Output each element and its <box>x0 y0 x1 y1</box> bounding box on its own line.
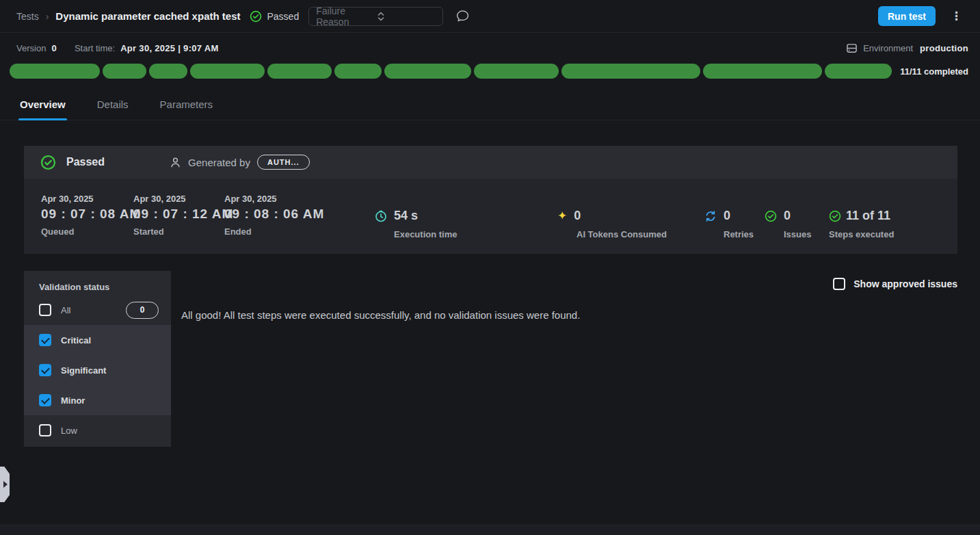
steps-check-icon <box>829 210 841 222</box>
tab-details[interactable]: Details <box>96 92 130 120</box>
failure-reason-placeholder: Failure Reason <box>316 5 377 27</box>
progress-completed-label: 11/11 completed <box>900 66 968 77</box>
environment-info: Environment production <box>846 42 968 54</box>
validation-filter-significant[interactable]: Significant <box>24 355 171 385</box>
checkbox-critical[interactable] <box>39 334 51 346</box>
queued-timestamp: Apr 30, 2025 09 : 07 : 08 AM Queued <box>41 194 141 237</box>
ended-date: Apr 30, 2025 <box>224 194 324 204</box>
validation-status-panel: Validation status All0CriticalSignifican… <box>24 271 171 447</box>
unfold-icon <box>377 11 438 22</box>
passed-check-icon <box>40 155 56 170</box>
breadcrumb-tests-link[interactable]: Tests <box>16 11 39 22</box>
progress-segment-6[interactable] <box>334 64 382 79</box>
tab-bar: Overview Details Parameters <box>0 92 980 120</box>
validation-filter-low[interactable]: Low <box>24 415 171 445</box>
ai-tokens-value: 0 <box>574 209 581 223</box>
queued-time: 09 : 07 : 08 AM <box>41 207 141 222</box>
ai-tokens-metric: ✦ 0 AI Tokens Consumed <box>557 209 667 239</box>
started-date: Apr 30, 2025 <box>133 194 233 204</box>
validation-filter-minor[interactable]: Minor <box>24 385 171 415</box>
retries-value: 0 <box>724 209 730 223</box>
progress-segment-4[interactable] <box>190 64 265 79</box>
validation-status-title: Validation status <box>24 271 171 295</box>
ai-tokens-label: AI Tokens Consumed <box>577 229 667 239</box>
issues-metric: 0 Issues <box>765 209 811 239</box>
person-icon <box>170 157 181 168</box>
checkbox-significant[interactable] <box>39 364 51 376</box>
steps-value: 11 of 11 <box>846 209 890 223</box>
sparkle-icon: ✦ <box>557 210 567 222</box>
show-approved-label: Show approved issues <box>853 278 957 289</box>
progress-segment-8[interactable] <box>474 64 559 79</box>
step-progress-bar <box>10 64 892 79</box>
validation-filter-label: Minor <box>61 395 159 406</box>
checkbox-low[interactable] <box>39 424 51 436</box>
ended-label: Ended <box>224 226 324 237</box>
progress-segment-5[interactable] <box>267 64 332 79</box>
started-timestamp: Apr 30, 2025 09 : 07 : 12 AM Started <box>133 194 233 237</box>
all-count-badge: 0 <box>126 302 159 319</box>
queued-label: Queued <box>41 226 141 237</box>
breadcrumb-chevron-icon: › <box>46 11 49 22</box>
issues-check-icon <box>765 210 777 222</box>
started-time: 09 : 07 : 12 AM <box>133 207 233 222</box>
checkbox-all[interactable] <box>39 304 51 316</box>
steps-label: Steps executed <box>829 229 894 239</box>
all-good-message: All good! All test steps were executed s… <box>181 309 580 321</box>
progress-segment-1[interactable] <box>10 64 100 79</box>
expand-handle-icon[interactable] <box>0 467 10 502</box>
progress-segment-3[interactable] <box>149 64 187 79</box>
tab-parameters[interactable]: Parameters <box>159 92 215 120</box>
run-summary-header: Passed Generated by AUTH... <box>24 146 957 179</box>
validation-filter-label: Low <box>61 426 159 436</box>
progress-segment-9[interactable] <box>561 64 700 79</box>
comment-icon[interactable] <box>455 9 470 23</box>
run-status-label: Passed <box>66 156 105 168</box>
show-approved-checkbox[interactable] <box>833 278 845 290</box>
ended-timestamp: Apr 30, 2025 09 : 08 : 06 AM Ended <box>224 194 324 237</box>
test-status: Passed <box>250 10 299 23</box>
progress-row: 11/11 completed <box>0 63 980 79</box>
validation-filter-label: All <box>61 305 126 315</box>
issues-value: 0 <box>784 209 791 223</box>
validation-filter-critical[interactable]: Critical <box>24 325 171 355</box>
execution-time-value: 54 s <box>394 209 418 223</box>
tab-overview[interactable]: Overview <box>18 92 67 120</box>
clock-icon <box>375 210 387 222</box>
progress-segment-10[interactable] <box>703 64 822 79</box>
run-test-button[interactable]: Run test <box>878 6 936 26</box>
environment-value: production <box>920 43 968 53</box>
run-summary-body: Apr 30, 2025 09 : 07 : 08 AM Queued Apr … <box>24 179 957 254</box>
progress-segment-11[interactable] <box>825 64 892 79</box>
environment-label: Environment <box>863 43 913 53</box>
steps-executed-metric: 11 of 11 Steps executed <box>829 209 894 239</box>
environment-icon <box>846 42 858 54</box>
start-time-label: Start time: <box>75 43 115 53</box>
checkbox-minor[interactable] <box>39 394 51 406</box>
show-approved-issues-toggle[interactable]: Show approved issues <box>833 278 957 290</box>
progress-segment-2[interactable] <box>103 64 146 79</box>
version-value: 0 <box>51 43 57 53</box>
status-check-icon <box>250 10 262 23</box>
execution-time-metric: 54 s Execution time <box>375 209 457 239</box>
run-summary-card: Passed Generated by AUTH... Apr 30, 2025… <box>24 146 957 254</box>
meta-row: Version 0 Start time: Apr 30, 2025 | 9:0… <box>0 33 980 63</box>
version-label: Version <box>16 43 46 53</box>
top-header-bar: Tests › Dynamic parameter cached xpath t… <box>0 0 980 33</box>
page-title: Dynamic parameter cached xpath test <box>55 10 240 22</box>
kebab-menu-icon[interactable]: ⋮ <box>951 10 962 22</box>
ended-time: 09 : 08 : 06 AM <box>224 207 324 222</box>
retries-label: Retries <box>724 229 754 239</box>
execution-time-label: Execution time <box>394 229 457 239</box>
validation-filter-label: Significant <box>61 365 159 376</box>
validation-filter-all[interactable]: All0 <box>24 295 171 325</box>
start-time-value: Apr 30, 2025 | 9:07 AM <box>120 43 218 53</box>
validation-filter-label: Critical <box>61 335 159 345</box>
started-label: Started <box>133 226 233 237</box>
generated-by-badge[interactable]: AUTH... <box>257 155 310 170</box>
generated-by-label: Generated by <box>188 157 250 168</box>
failure-reason-select[interactable]: Failure Reason <box>308 7 443 26</box>
issues-label: Issues <box>784 229 811 239</box>
retry-icon <box>704 210 717 222</box>
progress-segment-7[interactable] <box>384 64 471 79</box>
